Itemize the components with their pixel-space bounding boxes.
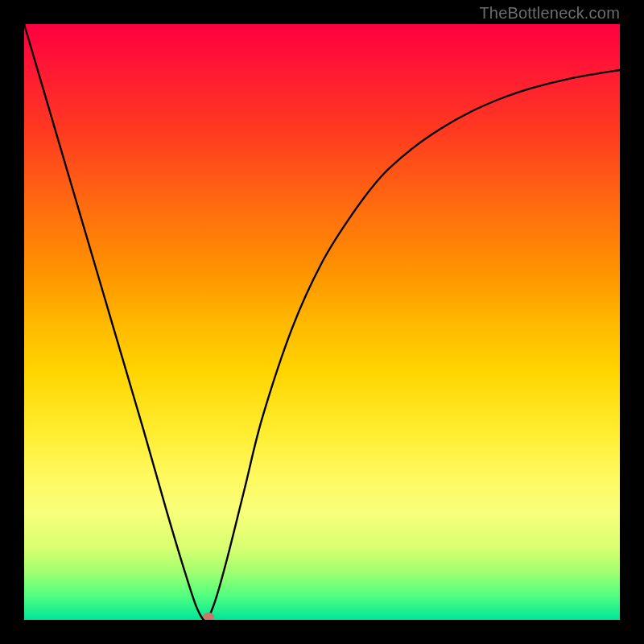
optimal-point-marker (203, 613, 214, 620)
chart-frame: TheBottleneck.com (0, 0, 644, 644)
bottleneck-curve (24, 24, 620, 620)
plot-area (24, 24, 620, 620)
watermark-text: TheBottleneck.com (479, 4, 620, 23)
